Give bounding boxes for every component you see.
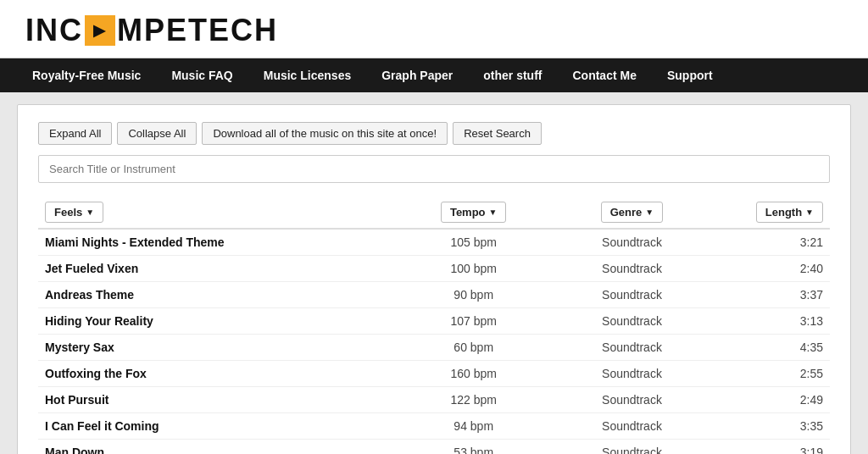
table-row[interactable]: Hot Pursuit122 bpmSoundtrack2:49 <box>38 387 830 413</box>
table-row[interactable]: Outfoxing the Fox160 bpmSoundtrack2:55 <box>38 361 830 387</box>
table-row[interactable]: Hiding Your Reality107 bpmSoundtrack3:13 <box>38 308 830 335</box>
track-title: I Can Feel it Coming <box>38 413 394 440</box>
track-title: Man Down <box>38 440 394 455</box>
track-title: Andreas Theme <box>38 282 394 308</box>
track-title: Outfoxing the Fox <box>38 361 394 387</box>
track-title: Miami Nights - Extended Theme <box>38 229 394 256</box>
expand-all-button[interactable]: Expand All <box>38 122 112 145</box>
track-tempo: 53 bpm <box>394 440 553 455</box>
track-tempo: 107 bpm <box>394 308 553 335</box>
length-filter-button[interactable]: Length ▼ <box>756 202 823 223</box>
track-title: Hot Pursuit <box>38 387 394 413</box>
nav-list: Royalty-Free MusicMusic FAQMusic License… <box>17 58 851 92</box>
track-length: 3:13 <box>711 308 830 335</box>
feels-filter-button[interactable]: Feels ▼ <box>45 202 103 223</box>
track-genre: Soundtrack <box>553 413 711 440</box>
track-title: Hiding Your Reality <box>38 308 394 335</box>
reset-search-button[interactable]: Reset Search <box>453 122 542 145</box>
track-length: 2:40 <box>711 256 830 282</box>
track-length: 4:35 <box>711 335 830 361</box>
tempo-filter-button[interactable]: Tempo ▼ <box>441 202 507 223</box>
track-genre: Soundtrack <box>553 282 711 308</box>
collapse-all-button[interactable]: Collapse All <box>117 122 197 145</box>
track-tempo: 122 bpm <box>394 387 553 413</box>
table-row[interactable]: Jet Fueled Vixen100 bpmSoundtrack2:40 <box>38 256 830 282</box>
nav-item-other-stuff[interactable]: other stuff <box>468 58 557 92</box>
nav-item-music-faq[interactable]: Music FAQ <box>156 58 248 92</box>
nav-item-music-licenses[interactable]: Music Licenses <box>248 58 367 92</box>
track-tempo: 100 bpm <box>394 256 553 282</box>
logo-prefix: INC <box>25 15 83 46</box>
track-genre: Soundtrack <box>553 256 711 282</box>
nav-item-support[interactable]: Support <box>652 58 728 92</box>
toolbar: Expand All Collapse All Download all of … <box>38 122 830 145</box>
search-input[interactable] <box>38 155 830 183</box>
logo: INC ▶ MPETECH <box>25 15 843 46</box>
download-all-button[interactable]: Download all of the music on this site a… <box>202 122 448 145</box>
track-length: 3:35 <box>711 413 830 440</box>
table-row[interactable]: Man Down53 bpmSoundtrack3:19 <box>38 440 830 455</box>
track-tempo: 90 bpm <box>394 282 553 308</box>
track-genre: Soundtrack <box>553 335 711 361</box>
track-title: Mystery Sax <box>38 335 394 361</box>
music-table: Feels ▼ Tempo ▼ Genre ▼ <box>38 197 830 454</box>
track-length: 2:49 <box>711 387 830 413</box>
track-tempo: 105 bpm <box>394 229 553 256</box>
track-genre: Soundtrack <box>553 440 711 455</box>
track-length: 2:55 <box>711 361 830 387</box>
nav-item-graph-paper[interactable]: Graph Paper <box>366 58 468 92</box>
table-row[interactable]: Mystery Sax60 bpmSoundtrack4:35 <box>38 335 830 361</box>
track-genre: Soundtrack <box>553 229 711 256</box>
main-content: Expand All Collapse All Download all of … <box>17 104 851 454</box>
track-genre: Soundtrack <box>553 361 711 387</box>
track-length: 3:19 <box>711 440 830 455</box>
track-length: 3:37 <box>711 282 830 308</box>
track-tempo: 160 bpm <box>394 361 553 387</box>
table-row[interactable]: I Can Feel it Coming94 bpmSoundtrack3:35 <box>38 413 830 440</box>
main-nav: Royalty-Free MusicMusic FAQMusic License… <box>0 58 868 92</box>
nav-item-royalty-free-music[interactable]: Royalty-Free Music <box>17 58 156 92</box>
logo-play-icon: ▶ <box>85 15 115 46</box>
track-list: Miami Nights - Extended Theme105 bpmSoun… <box>38 229 830 454</box>
track-title: Jet Fueled Vixen <box>38 256 394 282</box>
track-genre: Soundtrack <box>553 308 711 335</box>
track-length: 3:21 <box>711 229 830 256</box>
track-genre: Soundtrack <box>553 387 711 413</box>
table-row[interactable]: Miami Nights - Extended Theme105 bpmSoun… <box>38 229 830 256</box>
logo-suffix: MPETECH <box>117 15 278 46</box>
track-tempo: 94 bpm <box>394 413 553 440</box>
header: INC ▶ MPETECH <box>0 0 868 58</box>
table-row[interactable]: Andreas Theme90 bpmSoundtrack3:37 <box>38 282 830 308</box>
track-tempo: 60 bpm <box>394 335 553 361</box>
genre-filter-button[interactable]: Genre ▼ <box>601 202 663 223</box>
nav-item-contact-me[interactable]: Contact Me <box>557 58 651 92</box>
